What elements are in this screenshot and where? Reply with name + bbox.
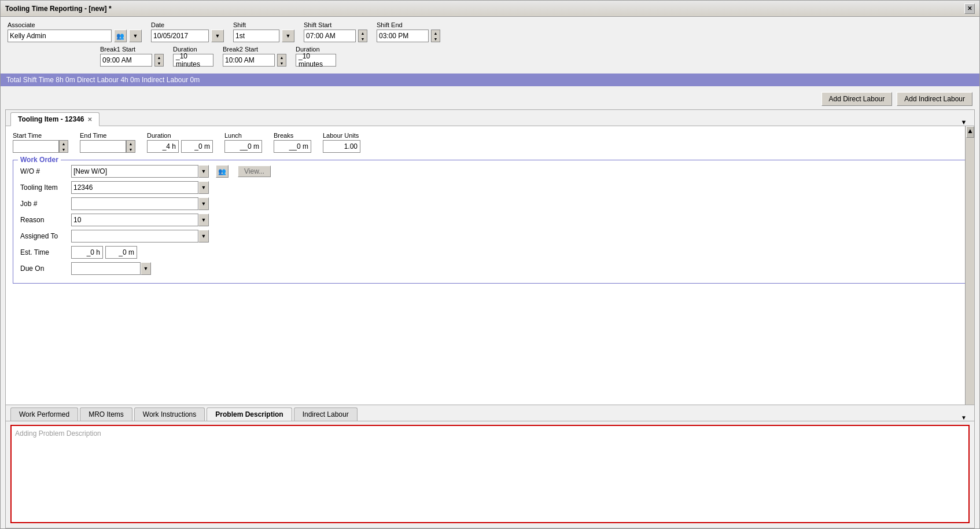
shift-start-spinner[interactable]: ▲ ▼ xyxy=(358,30,367,42)
associate-input[interactable]: Kelly Admin xyxy=(8,30,112,42)
wo-dropdown-btn[interactable]: ▼ xyxy=(198,165,209,178)
scroll-up-btn[interactable]: ▲ xyxy=(966,126,974,138)
tab-indirect-labour-label: Indirect Labour xyxy=(303,410,349,418)
start-time-field: Start Time ▲ ▼ xyxy=(13,132,68,153)
shift-end-spinner[interactable]: ▲ ▼ xyxy=(431,30,440,42)
shift-end-input[interactable] xyxy=(377,30,429,42)
end-time-input[interactable] xyxy=(80,140,126,153)
duration-h-display: _4 h xyxy=(147,140,179,153)
problem-description-area[interactable]: Adding Problem Description xyxy=(10,425,970,523)
view-button[interactable]: View... xyxy=(238,166,271,177)
tab-area-dropdown[interactable]: ▼ xyxy=(958,119,970,126)
add-indirect-labour-button[interactable]: Add Indirect Labour xyxy=(897,92,972,106)
reason-input[interactable] xyxy=(71,214,198,226)
labour-units-label: Labour Units xyxy=(323,132,360,139)
wo-label: W/O # xyxy=(20,167,67,175)
start-time-spinner[interactable]: ▲ ▼ xyxy=(59,140,68,153)
due-on-row: Due On ▼ xyxy=(20,262,960,275)
shift-start-label: Shift Start xyxy=(304,21,367,28)
close-button[interactable]: ✕ xyxy=(964,3,975,14)
break1-start-spinner[interactable]: ▲ ▼ xyxy=(154,54,164,67)
tab-mro-items[interactable]: MRO Items xyxy=(80,407,132,421)
tab-problem-description[interactable]: Problem Description xyxy=(207,407,292,421)
associate-group: Associate Kelly Admin 👥 ▼ xyxy=(8,21,142,42)
assigned-to-dropdown-btn[interactable]: ▼ xyxy=(198,230,209,243)
bottom-tab-dropdown[interactable]: ▼ xyxy=(958,414,970,421)
job-dropdown-btn[interactable]: ▼ xyxy=(198,197,209,210)
duration-field: Duration _4 h _0 m xyxy=(147,132,213,153)
shift-label: Shift xyxy=(233,21,294,28)
est-time-label: Est. Time xyxy=(20,248,67,256)
break1-start-group: Break1 Start ▲ ▼ xyxy=(100,46,164,67)
tab-work-performed[interactable]: Work Performed xyxy=(10,407,78,421)
break2-start-label: Break2 Start xyxy=(223,46,286,53)
associate-dropdown-btn[interactable]: ▼ xyxy=(129,30,142,42)
assigned-to-select-group: ▼ xyxy=(71,230,209,243)
labour-units-field: Labour Units 1.00 xyxy=(323,132,360,153)
date-input[interactable] xyxy=(151,30,209,42)
reason-row: Reason ▼ xyxy=(20,214,960,226)
assigned-to-row: Assigned To ▼ xyxy=(20,230,960,243)
end-time-input-row: ▲ ▼ xyxy=(80,140,135,153)
work-order-legend: Work Order xyxy=(18,156,61,164)
window-title: Tooling Time Reporting - [new] * xyxy=(5,5,112,13)
shift-start-group: Shift Start ▲ ▼ xyxy=(304,21,367,42)
tooling-item-input[interactable] xyxy=(71,181,198,194)
time-row: Start Time ▲ ▼ End Time xyxy=(13,132,967,153)
duration-label: Duration xyxy=(147,132,213,139)
shift-field-row: ▼ xyxy=(233,30,294,42)
shift-start-input[interactable] xyxy=(304,30,356,42)
tooling-item-tab[interactable]: Tooling Item - 12346 ✕ xyxy=(10,112,100,126)
job-label: Job # xyxy=(20,200,67,208)
tab-mro-items-label: MRO Items xyxy=(89,410,124,418)
scrollbar[interactable]: ▲ xyxy=(965,126,974,405)
wo-search-icon[interactable]: 👥 xyxy=(216,165,229,178)
break1-start-input[interactable] xyxy=(100,54,152,67)
wo-input[interactable] xyxy=(71,165,198,178)
start-time-input[interactable] xyxy=(13,140,59,153)
break2-start-spinner[interactable]: ▲ ▼ xyxy=(277,54,286,67)
due-on-dropdown-btn[interactable]: ▼ xyxy=(141,262,151,275)
job-input[interactable] xyxy=(71,197,198,210)
tooling-item-row: Tooling Item ▼ xyxy=(20,181,960,194)
end-time-spinner[interactable]: ▲ ▼ xyxy=(126,140,135,153)
add-direct-labour-button[interactable]: Add Direct Labour xyxy=(821,92,893,106)
break2-start-input[interactable] xyxy=(223,54,275,67)
shift-input[interactable] xyxy=(233,30,279,42)
tooling-item-dropdown-btn[interactable]: ▼ xyxy=(198,181,209,194)
break1-start-label: Break1 Start xyxy=(100,46,164,53)
end-time-field: End Time ▲ ▼ xyxy=(80,132,135,153)
break2-start-group: Break2 Start ▲ ▼ xyxy=(223,46,286,67)
shift-dropdown-btn[interactable]: ▼ xyxy=(282,30,294,42)
tab-indirect-labour[interactable]: Indirect Labour xyxy=(294,407,358,421)
tab-content: Start Time ▲ ▼ End Time xyxy=(6,126,974,405)
assigned-to-input[interactable] xyxy=(71,230,198,243)
est-time-m-input[interactable] xyxy=(105,246,137,259)
breaks-display: __0 m xyxy=(274,140,311,153)
break1-duration-group: Duration _10 minutes xyxy=(173,46,213,67)
bottom-tab-header: Work Performed MRO Items Work Instructio… xyxy=(6,405,974,421)
due-on-input[interactable] xyxy=(71,262,141,275)
tooling-item-label: Tooling Item xyxy=(20,183,67,192)
reason-label: Reason xyxy=(20,216,67,224)
tab-work-instructions[interactable]: Work Instructions xyxy=(134,407,205,421)
date-field-row: ▼ xyxy=(151,30,224,42)
tooling-item-tab-close[interactable]: ✕ xyxy=(87,116,92,123)
break1-duration-field-row: _10 minutes xyxy=(173,54,213,67)
associate-field-row: Kelly Admin 👥 ▼ xyxy=(8,30,142,42)
work-order-section: Work Order W/O # ▼ 👥 View... xyxy=(13,160,967,284)
date-dropdown-btn[interactable]: ▼ xyxy=(211,30,224,42)
shift-end-group: Shift End ▲ ▼ xyxy=(377,21,440,42)
start-time-label: Start Time xyxy=(13,132,68,139)
breaks-label: Breaks xyxy=(274,132,311,139)
reason-dropdown-btn[interactable]: ▼ xyxy=(198,214,209,226)
duration-row: _4 h _0 m xyxy=(147,140,213,153)
est-time-h-input[interactable] xyxy=(71,246,103,259)
break2-duration-display: _10 minutes xyxy=(296,54,336,67)
break1-start-field-row: ▲ ▼ xyxy=(100,54,164,67)
tooling-item-tab-label: Tooling Item - 12346 xyxy=(18,115,84,123)
shift-end-label: Shift End xyxy=(377,21,440,28)
due-on-label: Due On xyxy=(20,264,67,273)
title-bar: Tooling Time Reporting - [new] * ✕ xyxy=(1,1,979,17)
associate-search-icon[interactable]: 👥 xyxy=(114,30,127,42)
